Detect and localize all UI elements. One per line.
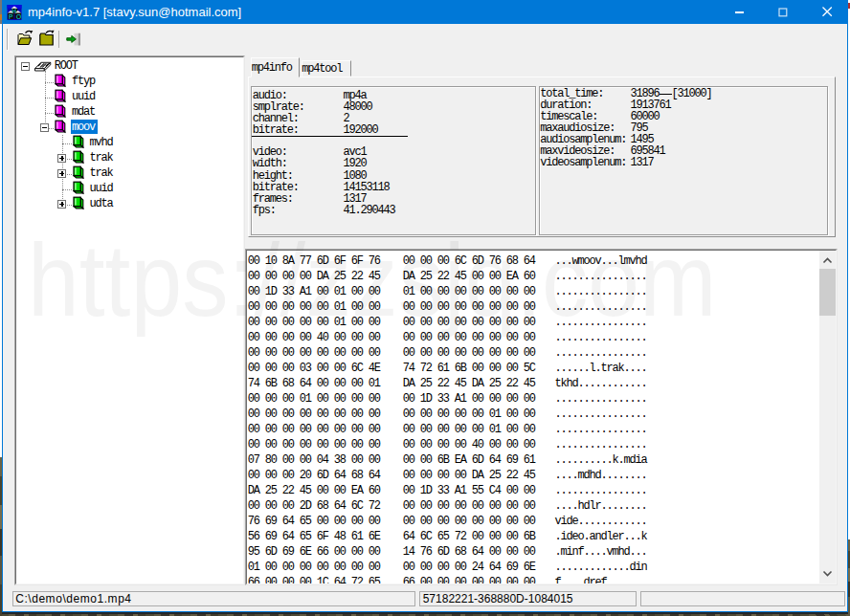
svg-text:O: O — [16, 13, 21, 20]
svg-text:P: P — [9, 13, 13, 20]
